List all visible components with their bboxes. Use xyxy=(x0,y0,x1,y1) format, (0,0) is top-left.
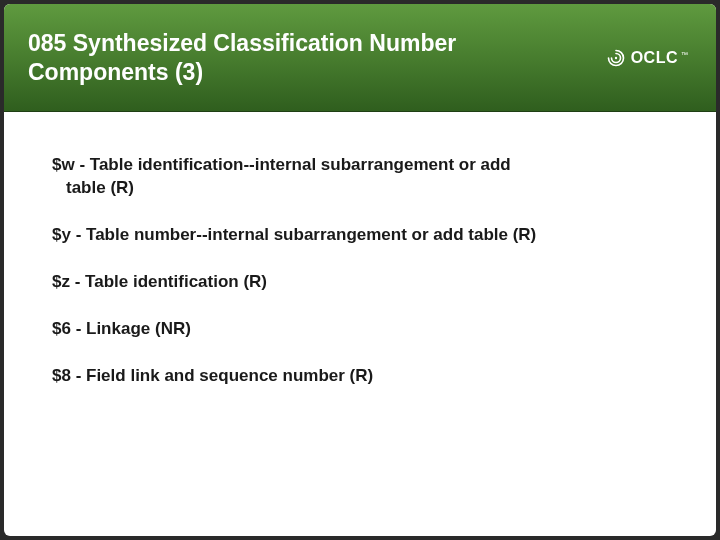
slide-inner: 085 Synthesized Classification Number Co… xyxy=(4,4,716,536)
slide-header: 085 Synthesized Classification Number Co… xyxy=(4,4,716,112)
oclc-spiral-icon xyxy=(607,49,625,67)
slide-title: 085 Synthesized Classification Number Co… xyxy=(28,29,488,87)
subfield-y: $y - Table number--internal subarrangeme… xyxy=(52,224,668,247)
svg-point-0 xyxy=(614,56,616,58)
oclc-logo: OCLC ™ xyxy=(607,49,688,67)
oclc-logo-text: OCLC xyxy=(631,49,678,67)
subfield-w: $w - Table identification--internal suba… xyxy=(52,154,668,200)
subfield-6: $6 - Linkage (NR) xyxy=(52,318,668,341)
subfield-z: $z - Table identification (R) xyxy=(52,271,668,294)
subfield-8: $8 - Field link and sequence number (R) xyxy=(52,365,668,388)
trademark-symbol: ™ xyxy=(681,51,688,58)
subfield-w-line2: table (R) xyxy=(52,177,668,200)
subfield-w-line1: $w - Table identification--internal suba… xyxy=(52,155,511,174)
slide: 085 Synthesized Classification Number Co… xyxy=(0,0,720,540)
slide-content: $w - Table identification--internal suba… xyxy=(4,112,716,388)
